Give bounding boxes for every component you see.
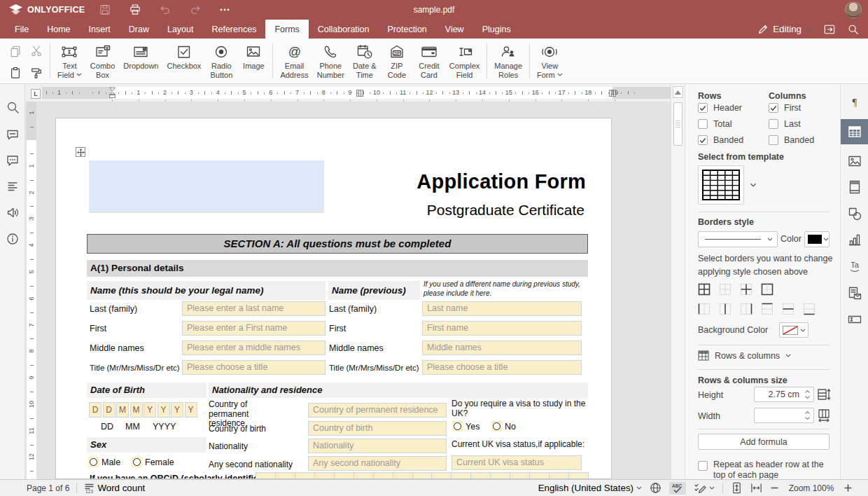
- dob-char-cell[interactable]: M: [116, 402, 129, 418]
- border-bottom-button[interactable]: [801, 301, 818, 317]
- print-button[interactable]: [129, 4, 141, 16]
- indent-markers[interactable]: [108, 87, 116, 99]
- orcid-char-cells[interactable]: [255, 472, 589, 479]
- sidebar-navigation-button[interactable]: [6, 179, 20, 193]
- save-button[interactable]: [99, 4, 111, 16]
- border-outer-button[interactable]: [759, 281, 776, 298]
- title-field[interactable]: Please choose a title: [182, 360, 326, 375]
- view-form-button[interactable]: View Form: [533, 39, 567, 83]
- background-color-picker[interactable]: [779, 322, 808, 338]
- tab-collaboration[interactable]: Collaboration: [309, 20, 379, 39]
- sidebar-comments-button[interactable]: [6, 128, 20, 142]
- word-count-button[interactable]: 123 Word count: [84, 483, 145, 493]
- tab-home[interactable]: Home: [38, 20, 79, 39]
- search-button[interactable]: [848, 24, 859, 35]
- country-permanent-residence-field[interactable]: Country of permanent residence: [308, 403, 447, 418]
- shape-settings-button[interactable]: [841, 201, 868, 226]
- visa-status-field[interactable]: Current UK visa status: [451, 455, 582, 470]
- column-width-spinner[interactable]: [754, 408, 814, 423]
- track-changes-button[interactable]: [694, 483, 715, 494]
- paste-button[interactable]: [9, 67, 22, 79]
- page-indicator[interactable]: Page 1 of 6: [27, 483, 69, 493]
- row-height-spinner[interactable]: 2.75 cm: [754, 387, 814, 402]
- tab-plugins[interactable]: Plugins: [473, 20, 520, 39]
- copy-style-button[interactable]: [30, 67, 43, 79]
- table-settings-button[interactable]: [841, 119, 868, 144]
- header-footer-settings-button[interactable]: [841, 174, 868, 200]
- distribute-columns-button[interactable]: [817, 408, 831, 422]
- paragraph-settings-button[interactable]: ¶: [841, 90, 868, 115]
- image-settings-button[interactable]: [841, 149, 868, 174]
- zoom-out-button[interactable]: [770, 483, 779, 492]
- scrollbar-thumb[interactable]: [673, 102, 682, 146]
- spell-check-button[interactable]: ABC: [669, 482, 686, 495]
- tab-forms[interactable]: Forms: [265, 20, 308, 39]
- document-scrollbar[interactable]: [671, 84, 685, 479]
- border-color-picker[interactable]: [804, 231, 830, 247]
- first-name-field[interactable]: Please enter a First name: [182, 321, 326, 336]
- second-nationality-field[interactable]: Any second nationality: [308, 456, 447, 471]
- dob-char-cell[interactable]: Y: [185, 402, 197, 418]
- sidebar-feedback-button[interactable]: [6, 205, 20, 219]
- total-row-checkbox[interactable]: [698, 119, 708, 129]
- visa-option-no[interactable]: No: [491, 421, 516, 432]
- last-name-field[interactable]: Please enter a last name: [182, 301, 326, 316]
- dob-char-cell[interactable]: D: [103, 402, 115, 418]
- repeat-header-checkbox[interactable]: [698, 461, 708, 471]
- border-right-button[interactable]: [738, 301, 755, 317]
- dob-char-cell[interactable]: Y: [144, 402, 156, 418]
- table-template-selector[interactable]: [698, 165, 761, 205]
- middle-names-field[interactable]: Please enter a middle names: [182, 340, 326, 355]
- combo-box-button[interactable]: Combo Box: [86, 39, 119, 83]
- previous-first-name-field[interactable]: First name: [422, 321, 582, 336]
- tab-references[interactable]: References: [202, 20, 265, 39]
- tab-draw[interactable]: Draw: [120, 20, 158, 39]
- date-time-button[interactable]: Date & Time: [349, 39, 381, 83]
- sex-option-male[interactable]: Male: [88, 457, 120, 467]
- credit-card-button[interactable]: Credit Card: [413, 39, 445, 83]
- complex-field-button[interactable]: Complex Field: [445, 39, 484, 83]
- banded-rows-checkbox[interactable]: [698, 135, 708, 145]
- dob-char-cell[interactable]: Y: [158, 402, 170, 418]
- chart-settings-button[interactable]: [841, 227, 868, 252]
- dob-char-cell[interactable]: D: [89, 402, 102, 418]
- checkbox-button[interactable]: Checkbox: [162, 39, 205, 83]
- header-row-checkbox[interactable]: [698, 103, 708, 113]
- sidebar-search-button[interactable]: [6, 100, 20, 114]
- previous-middle-names-field[interactable]: Middle names: [422, 340, 582, 355]
- tab-layout[interactable]: Layout: [158, 20, 203, 39]
- dropdown-button[interactable]: Dropdown: [119, 39, 162, 83]
- scroll-up-button[interactable]: [673, 86, 683, 98]
- previous-last-name-field[interactable]: Last name: [422, 301, 582, 316]
- manage-roles-button[interactable]: Manage Roles: [490, 39, 526, 83]
- avatar[interactable]: [845, 1, 862, 18]
- border-none-button[interactable]: [717, 281, 734, 298]
- banded-columns-checkbox[interactable]: [769, 135, 778, 145]
- previous-title-field[interactable]: Please choose a title: [422, 360, 582, 375]
- border-line-style-select[interactable]: [698, 231, 778, 247]
- border-inner-button[interactable]: [738, 281, 755, 298]
- email-address-button[interactable]: @ Email Address: [276, 39, 312, 83]
- tab-view[interactable]: View: [436, 20, 473, 39]
- phone-number-button[interactable]: Phone Number: [313, 39, 349, 83]
- more-actions-button[interactable]: [219, 4, 230, 15]
- radio-button[interactable]: Radio Button: [205, 39, 237, 83]
- border-inner-vertical-button[interactable]: [717, 301, 734, 317]
- sidebar-about-button[interactable]: [6, 232, 20, 246]
- logo-placeholder[interactable]: [89, 160, 324, 213]
- add-formula-button[interactable]: Add formula: [698, 434, 830, 450]
- image-button[interactable]: Image: [237, 39, 270, 83]
- border-left-button[interactable]: [696, 301, 713, 317]
- dob-char-cell[interactable]: M: [130, 402, 143, 418]
- copy-button[interactable]: [9, 45, 22, 57]
- distribute-rows-button[interactable]: [817, 387, 831, 401]
- mail-merge-settings-button[interactable]: [841, 280, 868, 305]
- zoom-level[interactable]: Zoom 100%: [787, 483, 836, 493]
- form-settings-button[interactable]: [841, 307, 868, 332]
- last-column-checkbox[interactable]: [769, 119, 778, 129]
- zip-code-button[interactable]: ZIP ZIP Code: [381, 39, 413, 83]
- editing-mode-button[interactable]: Editing: [757, 24, 811, 35]
- cut-button[interactable]: [30, 45, 43, 57]
- border-inner-horizontal-button[interactable]: [780, 301, 797, 317]
- text-art-settings-button[interactable]: Ta: [841, 254, 868, 279]
